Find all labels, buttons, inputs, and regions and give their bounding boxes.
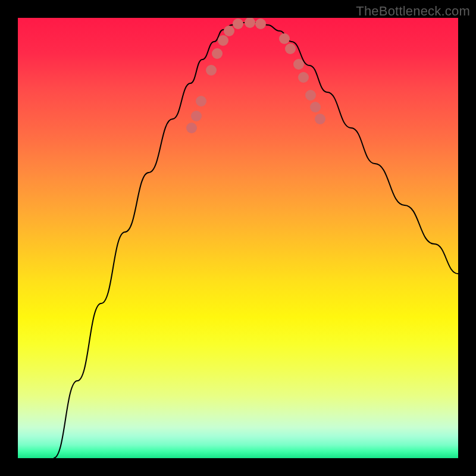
plot-area — [18, 18, 458, 458]
curve-svg — [18, 18, 458, 458]
marker-dot — [279, 33, 290, 44]
chart-frame: TheBottleneck.com — [0, 0, 476, 476]
marker-dot — [315, 114, 325, 124]
marker-dot — [255, 18, 266, 29]
marker-dot — [224, 26, 234, 36]
marker-group — [186, 18, 325, 133]
marker-dot — [186, 123, 197, 133]
marker-dot — [206, 65, 217, 76]
marker-dot — [305, 90, 316, 101]
marker-dot — [293, 59, 304, 70]
watermark-label: TheBottleneck.com — [356, 4, 470, 19]
marker-dot — [191, 111, 202, 121]
marker-dot — [310, 102, 321, 112]
marker-dot — [212, 48, 223, 59]
marker-dot — [196, 96, 206, 107]
marker-dot — [298, 72, 309, 83]
marker-dot — [245, 18, 255, 28]
marker-dot — [218, 35, 228, 46]
marker-dot — [285, 43, 296, 54]
marker-dot — [233, 18, 243, 29]
bottleneck-curve — [54, 23, 458, 458]
